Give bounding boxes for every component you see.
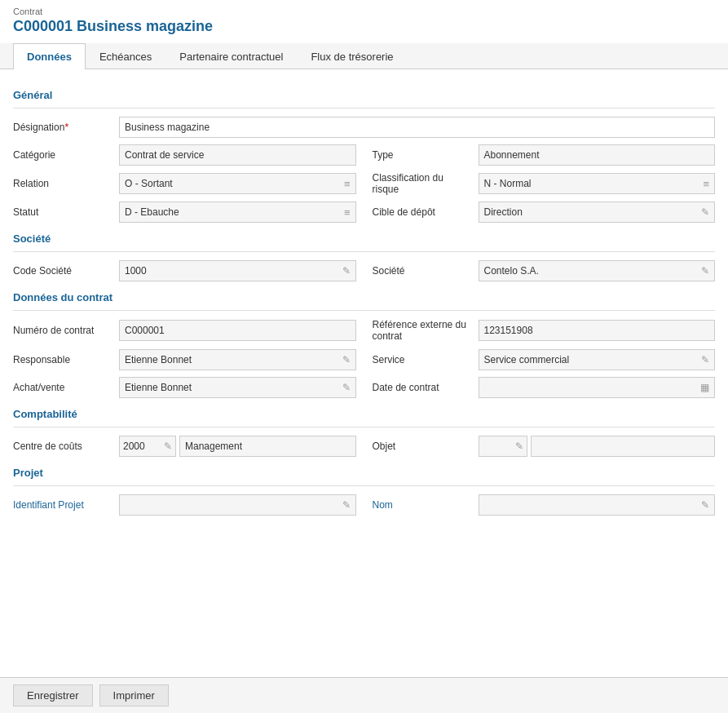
- relation-field[interactable]: O - Sortant: [119, 173, 356, 194]
- categorie-field[interactable]: Contrat de service: [119, 144, 356, 166]
- page-title: C000001 Business magazine: [0, 18, 728, 43]
- numero-value: C000001: [125, 325, 351, 336]
- centre-code-edit-icon[interactable]: [164, 441, 172, 452]
- service-label: Service: [373, 354, 479, 365]
- achat-edit-icon[interactable]: [342, 382, 351, 393]
- service-value: Service commercial: [484, 354, 702, 365]
- breadcrumb: Contrat: [0, 0, 728, 18]
- statut-value: D - Ebauche: [125, 206, 344, 218]
- designation-row: Désignation*: [13, 117, 715, 138]
- tab-donnees[interactable]: Données: [13, 43, 86, 69]
- code-societe-value: 1000: [125, 265, 342, 277]
- centre-code-box[interactable]: 2000: [119, 436, 176, 457]
- statut-col: Statut D - Ebauche: [13, 202, 373, 223]
- section-comptabilite-title: Comptabilité: [13, 408, 715, 420]
- nom-edit-icon[interactable]: [701, 499, 709, 511]
- tab-echeances[interactable]: Echéances: [86, 43, 165, 69]
- societe-field[interactable]: Contelo S.A.: [479, 260, 716, 281]
- save-button[interactable]: Enregistrer: [13, 684, 93, 706]
- centre-objet-row: Centre de coûts 2000 Management Objet: [13, 436, 715, 457]
- nom-field[interactable]: [479, 494, 716, 516]
- societe-label: Société: [373, 265, 479, 277]
- centre-name-box[interactable]: Management: [179, 436, 356, 457]
- objet-fields: [479, 436, 716, 457]
- centre-code-value: 2000: [123, 441, 145, 452]
- centre-field: 2000 Management: [119, 436, 356, 457]
- code-societe-edit-icon[interactable]: [342, 265, 351, 277]
- categorie-value: Contrat de service: [125, 149, 351, 161]
- cible-value: Direction: [484, 206, 702, 218]
- date-field[interactable]: [479, 377, 716, 398]
- cible-field[interactable]: Direction: [479, 202, 716, 223]
- ref-field[interactable]: 123151908: [479, 320, 716, 341]
- service-col: Service Service commercial: [373, 349, 716, 370]
- date-label: Date de contrat: [373, 382, 479, 393]
- tab-partenaire[interactable]: Partenaire contractuel: [165, 43, 297, 69]
- responsable-service-row: Responsable Etienne Bonnet Service Servi…: [13, 349, 715, 370]
- ref-value: 123151908: [484, 325, 710, 336]
- code-societe-label: Code Société: [13, 265, 119, 277]
- categorie-label: Catégorie: [13, 149, 119, 161]
- categorie-type-row: Catégorie Contrat de service Type Abonne…: [13, 144, 715, 166]
- type-col: Type Abonnement: [373, 144, 716, 166]
- classification-list-icon[interactable]: [703, 178, 709, 190]
- projet-id-label: Identifiant Projet: [13, 499, 119, 511]
- responsable-field[interactable]: Etienne Bonnet: [119, 349, 356, 370]
- tab-flux[interactable]: Flux de trésorerie: [297, 43, 407, 69]
- projet-id-field[interactable]: [119, 494, 356, 516]
- societe-edit-icon[interactable]: [701, 265, 709, 277]
- designation-label: Désignation*: [13, 122, 119, 133]
- cible-label: Cible de dépôt: [373, 206, 479, 218]
- objet-code-box[interactable]: [479, 436, 527, 457]
- section-societe-title: Société: [13, 232, 715, 245]
- classification-label: Classification du risque: [373, 172, 479, 195]
- societe-value: Contelo S.A.: [484, 265, 702, 277]
- societe-col: Société Contelo S.A.: [373, 260, 716, 281]
- nom-col: Nom: [373, 494, 716, 516]
- numero-ref-row: Numéro de contrat C000001 Référence exte…: [13, 319, 715, 343]
- projet-id-col: Identifiant Projet: [13, 494, 373, 516]
- main-content: Général Désignation* Catégorie Contrat d…: [0, 69, 728, 532]
- cible-col: Cible de dépôt Direction: [373, 202, 716, 223]
- responsable-label: Responsable: [13, 354, 119, 365]
- achat-date-row: Achat/vente Etienne Bonnet Date de contr…: [13, 377, 715, 398]
- code-societe-field[interactable]: 1000: [119, 260, 356, 281]
- type-field[interactable]: Abonnement: [479, 144, 716, 166]
- centre-col: Centre de coûts 2000 Management: [13, 436, 373, 457]
- relation-list-icon[interactable]: [344, 178, 351, 190]
- achat-value: Etienne Bonnet: [125, 382, 342, 393]
- classification-value: N - Normal: [484, 178, 704, 189]
- categorie-col: Catégorie Contrat de service: [13, 144, 373, 166]
- date-col: Date de contrat: [373, 377, 716, 398]
- projet-id-edit-icon[interactable]: [342, 499, 351, 511]
- responsable-col: Responsable Etienne Bonnet: [13, 349, 373, 370]
- objet-label: Objet: [373, 441, 479, 452]
- classification-field[interactable]: N - Normal: [479, 173, 716, 194]
- objet-col: Objet: [373, 436, 716, 457]
- centre-name-value: Management: [185, 441, 242, 452]
- tabs-bar: Données Echéances Partenaire contractuel…: [0, 43, 728, 69]
- ref-label: Référence externe du contrat: [373, 319, 479, 343]
- objet-name-box[interactable]: [531, 436, 716, 457]
- numero-field[interactable]: C000001: [119, 320, 356, 341]
- service-edit-icon[interactable]: [701, 354, 709, 365]
- section-general-title: Général: [13, 89, 715, 101]
- achat-field[interactable]: Etienne Bonnet: [119, 377, 356, 398]
- cible-edit-icon[interactable]: [701, 206, 709, 218]
- type-value: Abonnement: [484, 149, 710, 161]
- designation-input[interactable]: [119, 117, 715, 138]
- statut-field[interactable]: D - Ebauche: [119, 202, 356, 223]
- print-button[interactable]: Imprimer: [99, 684, 169, 706]
- service-field[interactable]: Service commercial: [479, 349, 716, 370]
- ref-col: Référence externe du contrat 123151908: [373, 319, 716, 343]
- statut-cible-row: Statut D - Ebauche Cible de dépôt Direct…: [13, 202, 715, 223]
- classification-col: Classification du risque N - Normal: [373, 172, 716, 195]
- achat-label: Achat/vente: [13, 382, 119, 393]
- relation-classification-row: Relation O - Sortant Classification du r…: [13, 172, 715, 195]
- nom-label: Nom: [373, 499, 479, 511]
- objet-edit-icon[interactable]: [515, 440, 523, 452]
- responsable-edit-icon[interactable]: [342, 354, 351, 365]
- date-calendar-icon[interactable]: [700, 382, 709, 393]
- statut-list-icon[interactable]: [344, 206, 351, 219]
- projet-nom-row: Identifiant Projet Nom: [13, 494, 715, 516]
